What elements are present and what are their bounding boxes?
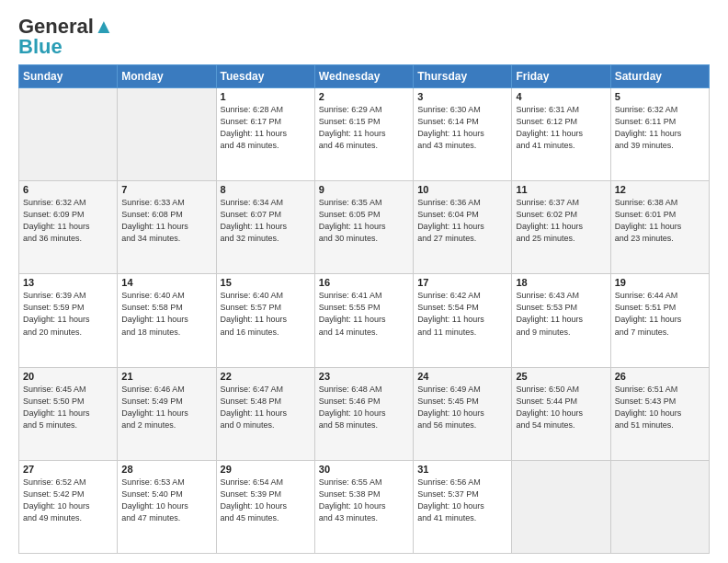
day-number: 17 <box>417 277 507 288</box>
day-number: 8 <box>221 184 311 195</box>
calendar-cell: 27Sunrise: 6:52 AMSunset: 5:42 PMDayligh… <box>19 460 118 553</box>
day-number: 24 <box>417 371 507 382</box>
weekday-wednesday: Wednesday <box>314 65 413 88</box>
calendar-cell: 2Sunrise: 6:29 AMSunset: 6:15 PMDaylight… <box>314 88 413 181</box>
calendar-cell: 31Sunrise: 6:56 AMSunset: 5:37 PMDayligh… <box>414 460 512 553</box>
day-info: Sunrise: 6:46 AMSunset: 5:49 PMDaylight:… <box>121 384 211 431</box>
day-number: 11 <box>516 184 606 195</box>
day-info: Sunrise: 6:37 AMSunset: 6:02 PMDaylight:… <box>516 197 606 245</box>
calendar-cell: 14Sunrise: 6:40 AMSunset: 5:58 PMDayligh… <box>118 274 216 367</box>
week-row-3: 13Sunrise: 6:39 AMSunset: 5:59 PMDayligh… <box>19 274 710 367</box>
day-info: Sunrise: 6:53 AMSunset: 5:40 PMDaylight:… <box>121 477 211 524</box>
day-info: Sunrise: 6:45 AMSunset: 5:50 PMDaylight:… <box>23 384 113 431</box>
day-number: 22 <box>221 371 311 382</box>
calendar-cell: 9Sunrise: 6:35 AMSunset: 6:05 PMDaylight… <box>314 181 413 274</box>
calendar-cell: 21Sunrise: 6:46 AMSunset: 5:49 PMDayligh… <box>118 367 216 460</box>
day-number: 31 <box>417 464 507 475</box>
calendar-cell <box>118 88 216 181</box>
day-number: 9 <box>319 184 409 195</box>
week-row-2: 6Sunrise: 6:32 AMSunset: 6:09 PMDaylight… <box>19 181 710 274</box>
day-number: 6 <box>23 184 113 195</box>
calendar-cell: 8Sunrise: 6:34 AMSunset: 6:07 PMDaylight… <box>216 181 314 274</box>
day-number: 21 <box>121 371 211 382</box>
weekday-sunday: Sunday <box>19 65 118 88</box>
calendar-cell: 16Sunrise: 6:41 AMSunset: 5:55 PMDayligh… <box>314 274 413 367</box>
day-info: Sunrise: 6:33 AMSunset: 6:08 PMDaylight:… <box>121 197 211 245</box>
day-number: 3 <box>417 91 507 102</box>
calendar-cell: 29Sunrise: 6:54 AMSunset: 5:39 PMDayligh… <box>216 460 314 553</box>
day-number: 25 <box>516 371 606 382</box>
day-info: Sunrise: 6:40 AMSunset: 5:57 PMDaylight:… <box>221 290 311 338</box>
day-number: 26 <box>615 371 705 382</box>
day-number: 30 <box>319 464 409 475</box>
day-number: 1 <box>221 91 311 102</box>
day-number: 19 <box>615 277 705 288</box>
calendar-cell: 25Sunrise: 6:50 AMSunset: 5:44 PMDayligh… <box>512 367 610 460</box>
day-info: Sunrise: 6:47 AMSunset: 5:48 PMDaylight:… <box>221 384 311 431</box>
day-info: Sunrise: 6:51 AMSunset: 5:43 PMDaylight:… <box>615 384 705 431</box>
calendar-cell: 6Sunrise: 6:32 AMSunset: 6:09 PMDaylight… <box>19 181 118 274</box>
day-info: Sunrise: 6:55 AMSunset: 5:38 PMDaylight:… <box>319 477 409 524</box>
calendar-cell: 23Sunrise: 6:48 AMSunset: 5:46 PMDayligh… <box>314 367 413 460</box>
weekday-thursday: Thursday <box>414 65 512 88</box>
calendar-cell: 11Sunrise: 6:37 AMSunset: 6:02 PMDayligh… <box>512 181 610 274</box>
calendar-cell: 4Sunrise: 6:31 AMSunset: 6:12 PMDaylight… <box>512 88 610 181</box>
day-info: Sunrise: 6:31 AMSunset: 6:12 PMDaylight:… <box>516 104 606 152</box>
week-row-5: 27Sunrise: 6:52 AMSunset: 5:42 PMDayligh… <box>19 460 710 553</box>
day-number: 15 <box>221 277 311 288</box>
day-info: Sunrise: 6:32 AMSunset: 6:09 PMDaylight:… <box>23 197 113 245</box>
day-number: 10 <box>417 184 507 195</box>
day-number: 12 <box>615 184 705 195</box>
day-info: Sunrise: 6:49 AMSunset: 5:45 PMDaylight:… <box>417 384 507 431</box>
day-info: Sunrise: 6:35 AMSunset: 6:05 PMDaylight:… <box>319 197 409 245</box>
day-info: Sunrise: 6:29 AMSunset: 6:15 PMDaylight:… <box>319 104 409 152</box>
day-number: 2 <box>319 91 409 102</box>
calendar-cell: 20Sunrise: 6:45 AMSunset: 5:50 PMDayligh… <box>19 367 118 460</box>
day-info: Sunrise: 6:28 AMSunset: 6:17 PMDaylight:… <box>221 104 311 152</box>
logo: General▲ Blue <box>18 17 114 57</box>
calendar-cell: 7Sunrise: 6:33 AMSunset: 6:08 PMDaylight… <box>118 181 216 274</box>
calendar-cell: 3Sunrise: 6:30 AMSunset: 6:14 PMDaylight… <box>414 88 512 181</box>
weekday-friday: Friday <box>512 65 610 88</box>
day-info: Sunrise: 6:56 AMSunset: 5:37 PMDaylight:… <box>417 477 507 524</box>
weekday-monday: Monday <box>118 65 216 88</box>
calendar-cell <box>19 88 118 181</box>
calendar-cell: 18Sunrise: 6:43 AMSunset: 5:53 PMDayligh… <box>512 274 610 367</box>
day-number: 29 <box>221 464 311 475</box>
day-info: Sunrise: 6:30 AMSunset: 6:14 PMDaylight:… <box>417 104 507 152</box>
day-info: Sunrise: 6:32 AMSunset: 6:11 PMDaylight:… <box>615 104 705 152</box>
day-info: Sunrise: 6:42 AMSunset: 5:54 PMDaylight:… <box>417 290 507 338</box>
day-number: 13 <box>23 277 113 288</box>
day-info: Sunrise: 6:41 AMSunset: 5:55 PMDaylight:… <box>319 290 409 338</box>
page: General▲ Blue SundayMondayTuesdayWednesd… <box>0 0 728 563</box>
calendar-cell: 28Sunrise: 6:53 AMSunset: 5:40 PMDayligh… <box>118 460 216 553</box>
calendar-cell: 24Sunrise: 6:49 AMSunset: 5:45 PMDayligh… <box>414 367 512 460</box>
day-number: 28 <box>121 464 211 475</box>
calendar-cell <box>610 460 709 553</box>
logo-blue: Blue <box>18 37 63 57</box>
weekday-header-row: SundayMondayTuesdayWednesdayThursdayFrid… <box>19 65 710 88</box>
header: General▲ Blue <box>18 17 710 57</box>
day-info: Sunrise: 6:40 AMSunset: 5:58 PMDaylight:… <box>121 290 211 338</box>
calendar-cell: 19Sunrise: 6:44 AMSunset: 5:51 PMDayligh… <box>610 274 709 367</box>
day-info: Sunrise: 6:48 AMSunset: 5:46 PMDaylight:… <box>319 384 409 431</box>
week-row-1: 1Sunrise: 6:28 AMSunset: 6:17 PMDaylight… <box>19 88 710 181</box>
calendar-cell: 13Sunrise: 6:39 AMSunset: 5:59 PMDayligh… <box>19 274 118 367</box>
day-info: Sunrise: 6:44 AMSunset: 5:51 PMDaylight:… <box>615 290 705 338</box>
day-info: Sunrise: 6:54 AMSunset: 5:39 PMDaylight:… <box>221 477 311 524</box>
calendar-cell: 10Sunrise: 6:36 AMSunset: 6:04 PMDayligh… <box>414 181 512 274</box>
day-number: 27 <box>23 464 113 475</box>
weekday-tuesday: Tuesday <box>216 65 314 88</box>
calendar-body: 1Sunrise: 6:28 AMSunset: 6:17 PMDaylight… <box>19 88 710 554</box>
day-info: Sunrise: 6:36 AMSunset: 6:04 PMDaylight:… <box>417 197 507 245</box>
day-info: Sunrise: 6:38 AMSunset: 6:01 PMDaylight:… <box>615 197 705 245</box>
day-info: Sunrise: 6:43 AMSunset: 5:53 PMDaylight:… <box>516 290 606 338</box>
calendar-cell: 30Sunrise: 6:55 AMSunset: 5:38 PMDayligh… <box>314 460 413 553</box>
day-number: 18 <box>516 277 606 288</box>
day-info: Sunrise: 6:50 AMSunset: 5:44 PMDaylight:… <box>516 384 606 431</box>
day-number: 14 <box>121 277 211 288</box>
day-number: 5 <box>615 91 705 102</box>
week-row-4: 20Sunrise: 6:45 AMSunset: 5:50 PMDayligh… <box>19 367 710 460</box>
calendar-cell: 17Sunrise: 6:42 AMSunset: 5:54 PMDayligh… <box>414 274 512 367</box>
day-number: 16 <box>319 277 409 288</box>
